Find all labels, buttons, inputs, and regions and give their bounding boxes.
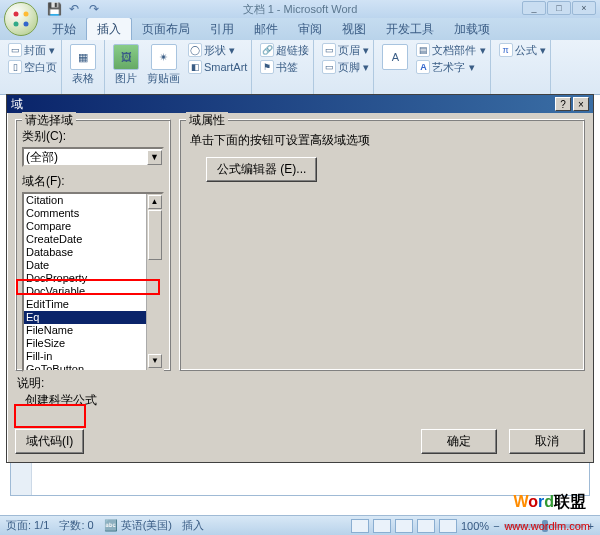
hyperlink-button[interactable]: 🔗超链接: [260, 42, 309, 58]
minimize-button[interactable]: _: [522, 1, 546, 15]
tab-home[interactable]: 开始: [42, 18, 86, 40]
tab-mailings[interactable]: 邮件: [244, 18, 288, 40]
header-button[interactable]: ▭页眉 ▾: [322, 42, 369, 58]
view-fullscreen-button[interactable]: [373, 519, 391, 533]
redo-icon[interactable]: ↷: [86, 1, 102, 17]
group-text: A ▤文档部件 ▾ A艺术字 ▾: [374, 40, 490, 94]
textbox-icon: A: [382, 44, 408, 70]
watermark: Word联盟: [513, 492, 586, 513]
zoom-out-button[interactable]: −: [493, 520, 499, 532]
footer-button[interactable]: ▭页脚 ▾: [322, 59, 369, 75]
tab-view[interactable]: 视图: [332, 18, 376, 40]
list-item[interactable]: Comments: [24, 207, 162, 220]
tab-developer[interactable]: 开发工具: [376, 18, 444, 40]
status-lang[interactable]: 🔤 英语(美国): [104, 518, 172, 533]
status-mode[interactable]: 插入: [182, 518, 204, 533]
chevron-down-icon: ▼: [147, 150, 162, 165]
scrollbar[interactable]: ▲ ▼: [146, 194, 162, 370]
bookmark-button[interactable]: ⚑书签: [260, 59, 309, 75]
list-item[interactable]: Date: [24, 259, 162, 272]
svg-point-1: [24, 12, 29, 17]
group-headerfooter: ▭页眉 ▾ ▭页脚 ▾: [314, 40, 374, 94]
dialog-title: 域: [11, 96, 23, 113]
dialog-titlebar[interactable]: 域 ? ×: [7, 95, 593, 113]
list-item[interactable]: Fill-in: [24, 350, 162, 363]
scroll-up-icon[interactable]: ▲: [148, 195, 162, 209]
list-item[interactable]: EditTime: [24, 298, 162, 311]
ribbon: ▭封面 ▾ ▯空白页 ▦表格 🖼图片 ✴剪贴画 ◯形状 ▾ ◧SmartArt …: [0, 40, 600, 95]
table-icon: ▦: [70, 44, 96, 70]
list-item[interactable]: Compare: [24, 220, 162, 233]
list-item[interactable]: GoToButton: [24, 363, 162, 370]
status-page[interactable]: 页面: 1/1: [6, 518, 49, 533]
list-item[interactable]: FileName: [24, 324, 162, 337]
smartart-button[interactable]: ◧SmartArt: [188, 59, 247, 75]
view-print-button[interactable]: [351, 519, 369, 533]
shapes-button[interactable]: ◯形状 ▾: [188, 42, 247, 58]
cover-page-button[interactable]: ▭封面 ▾: [8, 42, 57, 58]
list-item[interactable]: Citation: [24, 194, 162, 207]
list-item[interactable]: DocProperty: [24, 272, 162, 285]
quickparts-button[interactable]: ▤文档部件 ▾: [416, 42, 485, 58]
list-item[interactable]: FileSize: [24, 337, 162, 350]
scroll-thumb[interactable]: [148, 210, 162, 260]
ok-button[interactable]: 确定: [421, 429, 497, 454]
close-button[interactable]: ×: [572, 1, 596, 15]
picture-button[interactable]: 🖼图片: [109, 42, 143, 88]
window-controls: _ □ ×: [522, 1, 596, 15]
maximize-button[interactable]: □: [547, 1, 571, 15]
office-button[interactable]: [4, 2, 38, 36]
window-title: 文档 1 - Microsoft Word: [243, 2, 358, 17]
status-words[interactable]: 字数: 0: [59, 518, 93, 533]
select-field-legend: 请选择域: [22, 112, 76, 129]
svg-point-2: [14, 22, 19, 27]
group-symbols: π公式 ▾: [491, 40, 551, 94]
description-label: 说明:: [17, 375, 171, 392]
field-properties-legend: 域属性: [186, 112, 228, 129]
dialog-close-button[interactable]: ×: [573, 97, 589, 111]
fieldname-listbox[interactable]: CitationCommentsCompareCreateDateDatabas…: [22, 192, 164, 372]
category-value: (全部): [26, 149, 58, 166]
quick-access-toolbar: 💾 ↶ ↷: [42, 0, 102, 18]
category-combobox[interactable]: (全部) ▼: [22, 147, 164, 167]
table-button[interactable]: ▦表格: [66, 42, 100, 88]
group-links: 🔗超链接 ⚑书签: [252, 40, 314, 94]
tab-addins[interactable]: 加载项: [444, 18, 500, 40]
list-item[interactable]: CreateDate: [24, 233, 162, 246]
fieldname-label: 域名(F):: [22, 173, 164, 190]
titlebar: 💾 ↶ ↷ 文档 1 - Microsoft Word _ □ ×: [0, 0, 600, 18]
field-codes-button[interactable]: 域代码(I): [15, 429, 84, 454]
group-illustrations: 🖼图片 ✴剪贴画 ◯形状 ▾ ◧SmartArt: [105, 40, 252, 94]
zoom-level[interactable]: 100%: [461, 520, 489, 532]
dialog-help-button[interactable]: ?: [555, 97, 571, 111]
scroll-down-icon[interactable]: ▼: [148, 354, 162, 368]
list-item[interactable]: Eq: [24, 311, 162, 324]
tab-layout[interactable]: 页面布局: [132, 18, 200, 40]
formula-editor-button[interactable]: 公式编辑器 (E)...: [206, 157, 317, 182]
save-icon[interactable]: 💾: [46, 1, 62, 17]
field-properties-fieldset: 域属性 单击下面的按钮可设置高级域选项 公式编辑器 (E)...: [179, 119, 585, 371]
cancel-button[interactable]: 取消: [509, 429, 585, 454]
description-text: 创建科学公式: [17, 392, 171, 409]
group-tables: ▦表格: [62, 40, 105, 94]
watermark-url: www.wordlm.com: [504, 520, 590, 532]
field-properties-hint: 单击下面的按钮可设置高级域选项: [190, 132, 578, 149]
picture-icon: 🖼: [113, 44, 139, 70]
clipart-button[interactable]: ✴剪贴画: [143, 42, 184, 88]
textbox-button[interactable]: A: [378, 42, 412, 72]
list-item[interactable]: Database: [24, 246, 162, 259]
view-draft-button[interactable]: [439, 519, 457, 533]
select-field-fieldset: 请选择域 类别(C): (全部) ▼ 域名(F): CitationCommen…: [15, 119, 171, 371]
blank-page-button[interactable]: ▯空白页: [8, 59, 57, 75]
wordart-button[interactable]: A艺术字 ▾: [416, 59, 485, 75]
svg-point-3: [24, 22, 29, 27]
undo-icon[interactable]: ↶: [66, 1, 82, 17]
tab-review[interactable]: 审阅: [288, 18, 332, 40]
list-item[interactable]: DocVariable: [24, 285, 162, 298]
view-web-button[interactable]: [395, 519, 413, 533]
tab-references[interactable]: 引用: [200, 18, 244, 40]
office-icon: [11, 9, 31, 29]
view-outline-button[interactable]: [417, 519, 435, 533]
tab-insert[interactable]: 插入: [86, 17, 132, 40]
equation-button[interactable]: π公式 ▾: [499, 42, 546, 58]
